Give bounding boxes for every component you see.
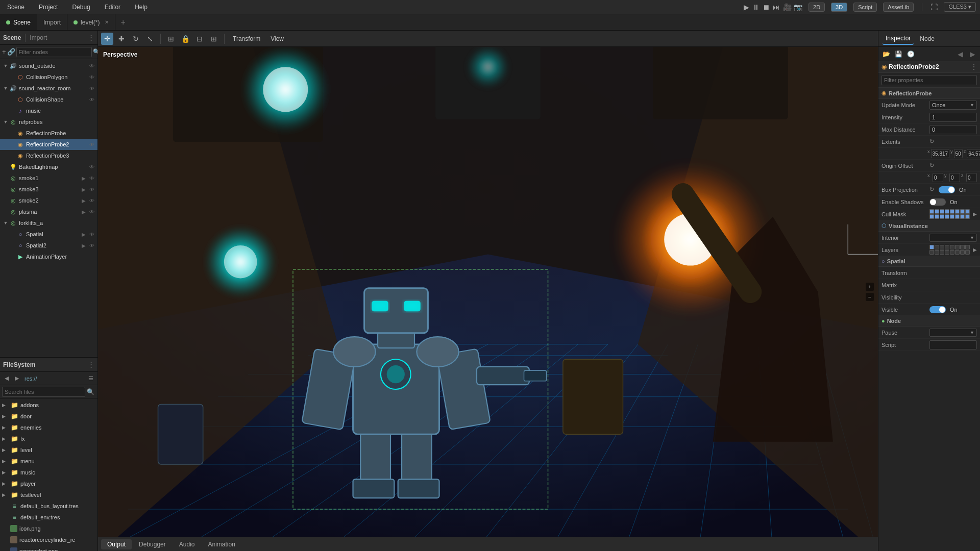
- tree-vis-collision-polygon[interactable]: 👁: [88, 73, 95, 81]
- pause-dropdown[interactable]: ▼: [929, 329, 977, 337]
- intensity-value[interactable]: 1: [929, 113, 977, 122]
- update-mode-dropdown[interactable]: Once ▼: [929, 101, 977, 110]
- fs-nav-forward[interactable]: ▶: [12, 374, 21, 383]
- cull-cell-6[interactable]: [955, 209, 960, 214]
- link-node-button[interactable]: 🔗: [7, 46, 15, 58]
- layer-cell-11[interactable]: [940, 250, 944, 255]
- fs-item-fx[interactable]: ▶ 📁 fx: [0, 433, 97, 444]
- layer-cell-4[interactable]: [945, 245, 949, 249]
- cull-cell-8[interactable]: [965, 209, 970, 214]
- tree-item-spatial2[interactable]: ○ Spatial2 ▶ 👁: [0, 240, 97, 251]
- extents-refresh-button[interactable]: ↻: [929, 138, 937, 145]
- tree-item-probe2[interactable]: ◉ ReflectionProbe2 👁: [0, 139, 97, 150]
- layer-cell-10[interactable]: [935, 250, 939, 255]
- tree-item-collision-shape[interactable]: ⬡ CollisionShape 👁: [0, 94, 97, 105]
- vp-lock-button[interactable]: 🔒: [179, 33, 191, 45]
- vp-zoom-out-btn[interactable]: −: [866, 293, 874, 301]
- add-node-button[interactable]: +: [2, 46, 6, 58]
- section-node[interactable]: ● Node: [878, 316, 980, 327]
- interior-dropdown[interactable]: ▼: [929, 234, 977, 242]
- fs-expand-fx[interactable]: ▶: [2, 436, 8, 441]
- fs-item-enemies[interactable]: ▶ 📁 enemies: [0, 422, 97, 433]
- fs-item-music[interactable]: ▶ 📁 music: [0, 467, 97, 478]
- fs-expand-music[interactable]: ▶: [2, 470, 8, 475]
- fs-item-default-bus[interactable]: ≡ default_bus_layout.tres: [0, 500, 97, 512]
- tree-vis-smoke2[interactable]: 👁: [88, 197, 95, 204]
- tree-vis-smoke1[interactable]: 👁: [88, 174, 95, 182]
- filter-properties-input[interactable]: [881, 75, 977, 85]
- fs-item-testlevel[interactable]: ▶ 📁 testlevel: [0, 489, 97, 500]
- tree-item-spatial[interactable]: ○ Spatial ▶ 👁: [0, 229, 97, 240]
- tab-scene[interactable]: Scene: [0, 14, 37, 30]
- insp-load-button[interactable]: 📂: [880, 48, 892, 60]
- vp-zoom-in-btn[interactable]: +: [866, 283, 874, 291]
- box-projection-toggle[interactable]: [939, 186, 955, 193]
- extents-z-value[interactable]: 64.577: [967, 149, 980, 158]
- filter-nodes-input[interactable]: [16, 47, 92, 57]
- tab-close-level[interactable]: ✕: [105, 19, 109, 25]
- play-button[interactable]: ▶: [744, 3, 749, 11]
- inspector-options-button[interactable]: ⋮: [971, 63, 977, 70]
- insp-history-button[interactable]: 🕐: [905, 48, 916, 60]
- tree-item-forklifts[interactable]: ▼ ◎ forklifts_a: [0, 217, 97, 229]
- layer-cell-7[interactable]: [960, 245, 965, 249]
- menu-help[interactable]: Help: [132, 3, 151, 12]
- bottom-tab-animation[interactable]: Animation: [202, 539, 241, 549]
- tree-arrow-sound-reactor[interactable]: ▼: [2, 85, 9, 92]
- insp-back-button[interactable]: ◀: [954, 48, 966, 60]
- cull-mask-expand-btn[interactable]: ▶: [973, 211, 977, 217]
- cull-cell-2[interactable]: [935, 209, 939, 214]
- menu-debug[interactable]: Debug: [69, 3, 93, 12]
- tree-item-smoke2[interactable]: ◎ smoke2 ▶ 👁: [0, 195, 97, 206]
- fs-nav-menu[interactable]: ☰: [86, 374, 95, 383]
- insp-forward-button[interactable]: ▶: [967, 48, 978, 60]
- tree-vis-sound-outside[interactable]: 👁: [88, 62, 95, 69]
- fs-item-player[interactable]: ▶ 📁 player: [0, 478, 97, 489]
- tree-vis-smoke3[interactable]: 👁: [88, 186, 95, 193]
- fs-item-icon-png[interactable]: icon.png: [0, 523, 97, 534]
- tree-arrow-forklifts[interactable]: ▼: [2, 219, 9, 227]
- menu-scene[interactable]: Scene: [4, 3, 28, 12]
- cull-cell-4[interactable]: [945, 209, 949, 214]
- tree-item-probe1[interactable]: ◉ ReflectionProbe: [0, 128, 97, 139]
- bottom-tab-audio[interactable]: Audio: [173, 539, 201, 549]
- layers-expand-btn[interactable]: ▶: [973, 247, 977, 253]
- tree-vis-lightmap[interactable]: 👁: [88, 163, 95, 170]
- tree-vis-spatial[interactable]: 👁: [88, 231, 95, 238]
- enable-shadows-toggle[interactable]: [929, 198, 946, 206]
- tree-item-sound-outside[interactable]: ▼ 🔊 sound_outside 👁: [0, 60, 97, 71]
- box-projection-refresh-button[interactable]: ↻: [929, 186, 937, 193]
- fs-item-menu[interactable]: ▶ 📁 menu: [0, 456, 97, 467]
- tree-vis-collision-shape[interactable]: 👁: [88, 96, 95, 103]
- tree-item-music[interactable]: ♪ music: [0, 105, 97, 116]
- tree-arrow-refprobes[interactable]: ▼: [2, 118, 9, 126]
- cull-cell-13[interactable]: [950, 214, 954, 219]
- tree-vis-plasma[interactable]: 👁: [88, 208, 95, 215]
- layer-cell-15[interactable]: [960, 250, 965, 255]
- extents-x-value[interactable]: 35.817: [931, 149, 950, 158]
- scene-panel-menu[interactable]: ⋮: [88, 34, 94, 41]
- cull-cell-9[interactable]: [929, 214, 934, 219]
- origin-x-value[interactable]: 0: [933, 173, 943, 182]
- btn-3d[interactable]: 3D: [831, 3, 847, 12]
- vp-move-button[interactable]: ✚: [115, 33, 128, 45]
- vp-group-button[interactable]: ⊟: [193, 33, 206, 45]
- tree-anim-smoke1[interactable]: ▶: [80, 174, 87, 182]
- cull-cell-16[interactable]: [965, 214, 970, 219]
- fs-expand-addons[interactable]: ▶: [2, 403, 8, 408]
- fs-expand-player[interactable]: ▶: [2, 481, 8, 486]
- movie-button[interactable]: 🎥: [783, 3, 792, 11]
- camera-button[interactable]: 📷: [794, 3, 802, 11]
- import-panel-title[interactable]: Import: [30, 34, 47, 41]
- bottom-tab-debugger[interactable]: Debugger: [133, 539, 172, 549]
- origin-z-value[interactable]: 0: [966, 173, 977, 182]
- tree-item-sound-reactor[interactable]: ▼ 🔊 sound_reactor_room 👁: [0, 83, 97, 94]
- btn-script[interactable]: Script: [853, 3, 877, 12]
- cull-cell-11[interactable]: [940, 214, 944, 219]
- fs-item-screenshot[interactable]: screenshot.png: [0, 545, 97, 551]
- vp-snap-button[interactable]: ⊞: [208, 33, 220, 45]
- tab-import[interactable]: Import: [37, 14, 67, 30]
- vp-view-label[interactable]: View: [266, 35, 288, 42]
- layer-cell-13[interactable]: [950, 250, 954, 255]
- vp-cursor-button[interactable]: ✛: [101, 33, 113, 45]
